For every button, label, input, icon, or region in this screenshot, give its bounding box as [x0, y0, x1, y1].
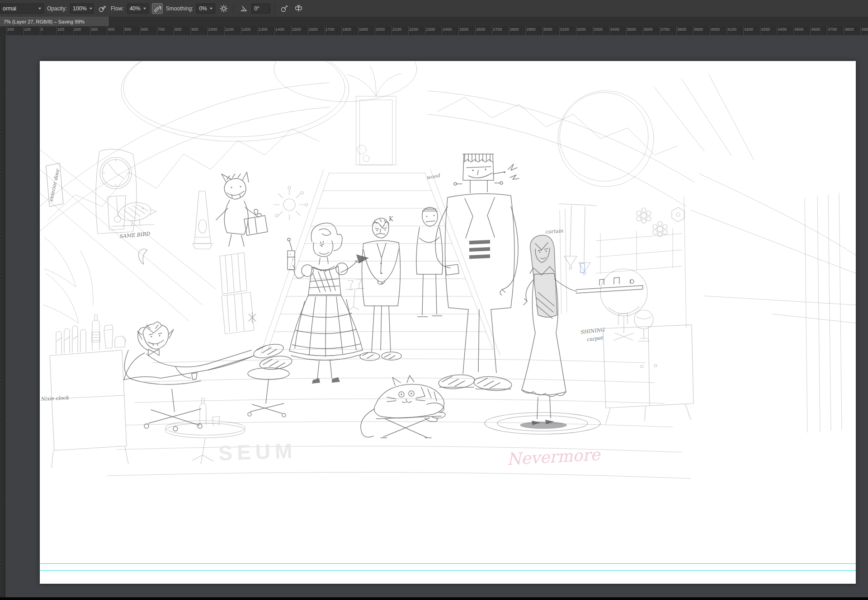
ruler-tick: [492, 26, 492, 35]
chevron-down-icon: [38, 8, 41, 9]
horizontal-ruler[interactable]: 3002001000100200300400500600700800900100…: [0, 26, 868, 36]
toolbar-separator: [233, 4, 234, 14]
ruler-tick: [392, 26, 392, 35]
ruler-tick: [358, 26, 359, 35]
ruler-label: 3800: [677, 27, 686, 32]
pencil-sketch: exterior door SAME BIRD wood curtain K S…: [40, 61, 856, 584]
airbrush-toggle-icon[interactable]: [152, 3, 163, 14]
ruler-label: 2900: [526, 27, 535, 32]
ruler-label: 2200: [409, 27, 418, 32]
sketch-characters: [124, 154, 643, 438]
ruler-tick: [743, 26, 744, 35]
werewolf-kid-figure: [216, 172, 268, 246]
bar-cart-sketch: [50, 315, 128, 468]
pressure-opacity-icon[interactable]: [97, 3, 108, 14]
sketch-props: [50, 149, 693, 468]
ruler-tick: [208, 26, 208, 35]
flow-select[interactable]: 40%: [127, 4, 149, 14]
ruler-tick: [157, 26, 157, 35]
ruler-label: 1800: [342, 27, 351, 32]
ruler-tick: [710, 26, 710, 35]
ruler-label: 4700: [828, 27, 837, 32]
symmetry-butterfly-icon[interactable]: [293, 3, 304, 14]
ruler-tick: [291, 26, 292, 35]
guide-line[interactable]: [40, 570, 856, 571]
ruler-label: 500: [124, 27, 131, 32]
ruler-label: 2700: [493, 27, 502, 32]
ruler-label: 4200: [744, 27, 753, 32]
ruler-label: 800: [175, 27, 181, 32]
ruler-label: 2000: [376, 27, 385, 32]
ruler-label: 1300: [259, 27, 268, 32]
ruler-tick: [325, 26, 325, 35]
note-nixie-clock: Nixie clock: [40, 395, 69, 402]
ruler-tick: [408, 26, 409, 35]
note-wood: wood: [426, 173, 440, 181]
canvas[interactable]: exterior door SAME BIRD wood curtain K S…: [40, 61, 856, 584]
ruler-tick: [793, 26, 794, 35]
watermark-pink: Nevermore: [506, 445, 601, 469]
guide-line[interactable]: [40, 563, 856, 564]
ruler-tick: [458, 26, 459, 35]
ruler-tick: [726, 26, 727, 35]
ruler-tick: [308, 26, 308, 35]
ruler-label: 1000: [208, 27, 217, 32]
ruler-tick: [777, 26, 777, 35]
vertical-ruler[interactable]: [0, 35, 5, 597]
note-curtain: curtain: [545, 228, 564, 235]
blend-mode-value: ormal: [3, 5, 16, 12]
ruler-label: 4500: [794, 27, 803, 32]
lava-lamp-sketch: [193, 191, 212, 249]
bottom-edge: [0, 597, 868, 600]
ruler-tick: [57, 26, 57, 35]
opacity-label: Opacity:: [47, 5, 67, 12]
toolbar-separator: [274, 4, 275, 14]
ruler-tick: [810, 26, 811, 35]
document-tab[interactable]: 7% (Layer 27, RGB/8) – Saving 99%: [0, 17, 109, 26]
drinks-table-sketch: [345, 280, 364, 310]
ruler-tick: [140, 26, 141, 35]
ruler-label: 400: [108, 27, 114, 32]
ruler-label: 900: [191, 27, 198, 32]
ruler-label: 4100: [727, 27, 736, 32]
pressure-size-icon[interactable]: [279, 3, 290, 14]
flow-value: 40%: [130, 5, 141, 12]
watermark-gray: SEUM: [218, 439, 297, 465]
ruler-label: 2400: [443, 27, 452, 32]
ruler-label: 100: [24, 27, 31, 32]
blend-mode-select[interactable]: ormal: [0, 4, 44, 14]
ruler-tick: [224, 26, 225, 35]
ruler-tick: [375, 26, 375, 35]
cabinet-sketch: [603, 313, 693, 423]
brush-angle-value: 0°: [254, 5, 259, 12]
ruler-label: 100: [57, 27, 64, 32]
smoothing-select[interactable]: 0%: [196, 4, 215, 14]
ruler-label: 3900: [694, 27, 703, 32]
smoothing-value: 0%: [199, 5, 207, 12]
note-k-mark: K: [389, 216, 393, 222]
ruler-label: 1400: [275, 27, 284, 32]
egg-chair-sketch: [600, 269, 653, 341]
ruler-tick: [341, 26, 342, 35]
ruler-label: 1100: [225, 27, 234, 32]
smoothing-options-gear-icon[interactable]: [218, 3, 229, 14]
asterisk-doodle: [249, 312, 256, 323]
ruler-label: 3000: [543, 27, 552, 32]
cat-creature-figure: [361, 375, 445, 438]
ruler-tick: [576, 26, 576, 35]
chevron-down-icon: [90, 8, 92, 9]
ruler-tick: [693, 26, 693, 35]
document-tab-bar: 7% (Layer 27, RGB/8) – Saving 99%: [0, 17, 868, 27]
opacity-select[interactable]: 100%: [70, 4, 94, 14]
wall-decor-sketch: [637, 207, 684, 237]
grandpa-vampire-figure: [124, 322, 293, 431]
ruler-label: 3600: [644, 27, 653, 32]
note-shining-2: carpet: [586, 335, 604, 342]
ruler-tick: [609, 26, 610, 35]
ruler-tick: [190, 26, 191, 35]
brush-angle-input[interactable]: 0°: [251, 4, 270, 14]
ruler-label: 2800: [509, 27, 519, 32]
ruler-label: 2300: [426, 27, 435, 32]
ruler-tick: [475, 26, 476, 35]
chevron-down-icon: [143, 8, 146, 9]
